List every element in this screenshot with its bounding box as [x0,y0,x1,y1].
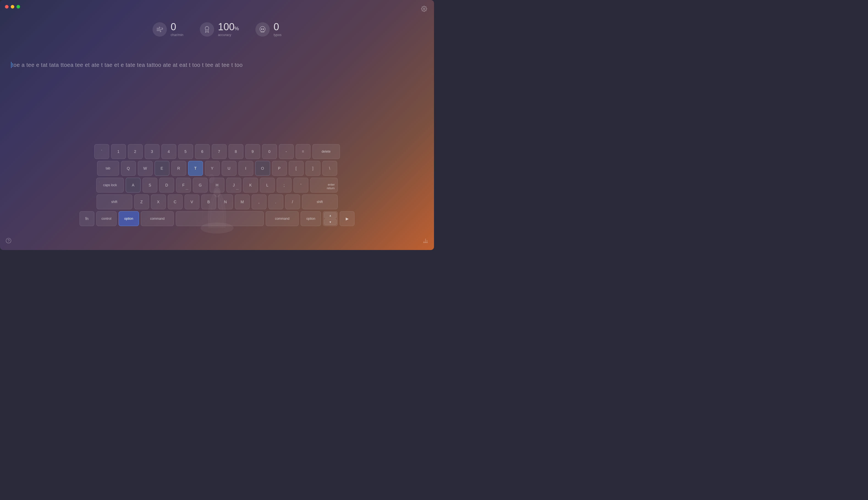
key-j[interactable]: J — [226,178,241,193]
key-6[interactable]: 6 [195,144,210,159]
keyboard-row-4: shift Z X C V B N M , . / shift [82,194,352,209]
key-x[interactable]: X [151,194,166,209]
svg-point-1 [205,26,209,30]
key-9[interactable]: 9 [245,144,260,159]
key-shift-right[interactable]: shift [302,194,338,209]
keyboard-row-5: fn control option command command option… [82,211,352,226]
remaining-text: oe a tee e tat tata ttoea tee et ate t t… [13,62,242,68]
speed-value-group: 0 char/min [171,22,183,37]
keyboard-row-1: ` 1 2 3 4 5 6 7 8 9 0 - = delete [82,144,352,159]
key-d[interactable]: D [159,178,174,193]
speed-label: char/min [171,33,183,37]
key-y[interactable]: Y [205,161,220,176]
key-q[interactable]: Q [121,161,136,176]
wind-icon [153,22,167,37]
key-8[interactable]: 8 [229,144,243,159]
svg-point-0 [423,8,425,10]
key-control[interactable]: control [96,211,117,226]
key-f[interactable]: F — [176,178,191,193]
key-backtick[interactable]: ` [94,144,109,159]
key-tab[interactable]: tab [97,161,119,176]
key-a[interactable]: A [126,178,140,193]
key-i[interactable]: I [238,161,253,176]
key-k[interactable]: K [243,178,258,193]
typing-text: toe a tee e tat tata ttoea tee et ate t … [11,60,423,69]
key-g[interactable]: G [193,178,208,193]
key-option-right[interactable]: option [301,211,321,226]
maximize-button[interactable] [16,5,20,9]
key-command-left[interactable]: command [141,211,174,226]
key-o[interactable]: O [255,161,270,176]
key-0[interactable]: 0 [262,144,277,159]
accuracy-value-group: 100% accuracy [218,22,239,37]
typos-number: 0 [274,22,279,32]
key-s[interactable]: S [142,178,157,193]
typos-stat: 0 typos [255,22,282,37]
key-backslash[interactable]: \ [322,161,337,176]
key-u[interactable]: U [222,161,237,176]
minimize-button[interactable] [11,5,14,9]
key-arrow-down[interactable]: ▼ [324,219,336,225]
key-r[interactable]: R [171,161,186,176]
key-h[interactable]: H [209,178,225,193]
typos-value-group: 0 typos [274,22,282,37]
skull-icon [255,22,270,37]
key-equals[interactable]: = [296,144,310,159]
key-delete[interactable]: delete [312,144,340,159]
accuracy-stat: 100% accuracy [200,22,239,37]
stats-bar: 0 char/min 100% accuracy [153,22,282,37]
svg-point-6 [263,29,264,30]
key-4[interactable]: 4 [161,144,176,159]
key-3[interactable]: 3 [145,144,160,159]
key-v[interactable]: V [184,194,199,209]
keyboard-row-3: · caps lock A S D F — G H J — K L ; ' en… [82,178,352,193]
key-shift-left[interactable]: shift [96,194,132,209]
speed-number: 0 [171,22,176,32]
traffic-lights [5,5,20,9]
app-container: 0 char/min 100% accuracy [0,0,434,250]
key-arrow-right[interactable]: ▶ [340,211,355,226]
close-button[interactable] [5,5,9,9]
svg-point-5 [261,29,262,30]
key-c[interactable]: C [168,194,183,209]
key-z[interactable]: Z [134,194,149,209]
key-p[interactable]: P [272,161,287,176]
key-capslock[interactable]: · caps lock [96,178,124,193]
key-semicolon[interactable]: ; [277,178,292,193]
medal-icon [200,22,214,37]
settings-button[interactable] [420,4,429,13]
key-n[interactable]: N [218,194,233,209]
key-5[interactable]: 5 [178,144,193,159]
svg-point-10 [6,238,11,243]
key-enter[interactable]: enterreturn [310,178,338,193]
keyboard: ` 1 2 3 4 5 6 7 8 9 0 - = delete tab Q W… [82,144,352,228]
key-t[interactable]: T [188,161,203,176]
speed-stat: 0 char/min [153,22,183,37]
key-rbracket[interactable]: ] [306,161,320,176]
key-lbracket[interactable]: [ [289,161,304,176]
key-comma[interactable]: , [252,194,266,209]
key-e[interactable]: E [155,161,169,176]
key-period[interactable]: . [269,194,283,209]
keyboard-row-2: tab Q W E R T Y U I O P [ ] \ [82,161,352,176]
cursor-char: t [11,62,13,68]
key-command-right[interactable]: command [266,211,299,226]
key-w[interactable]: W [138,161,153,176]
key-arrow-up[interactable]: ▲ [324,212,336,218]
key-m[interactable]: M [235,194,250,209]
key-slash[interactable]: / [285,194,300,209]
help-button[interactable] [5,238,12,245]
key-fn[interactable]: fn [79,211,94,226]
key-space[interactable] [176,211,264,226]
key-2[interactable]: 2 [128,144,143,159]
key-b[interactable]: B [201,194,216,209]
chart-button[interactable] [422,238,429,245]
key-1[interactable]: 1 [111,144,126,159]
key-7[interactable]: 7 [212,144,227,159]
key-minus[interactable]: - [279,144,294,159]
key-l[interactable]: L [260,178,275,193]
accuracy-unit: % [235,26,239,31]
key-option-left[interactable]: option [118,211,139,226]
key-apostrophe[interactable]: ' [294,178,308,193]
typos-label: typos [274,33,282,37]
